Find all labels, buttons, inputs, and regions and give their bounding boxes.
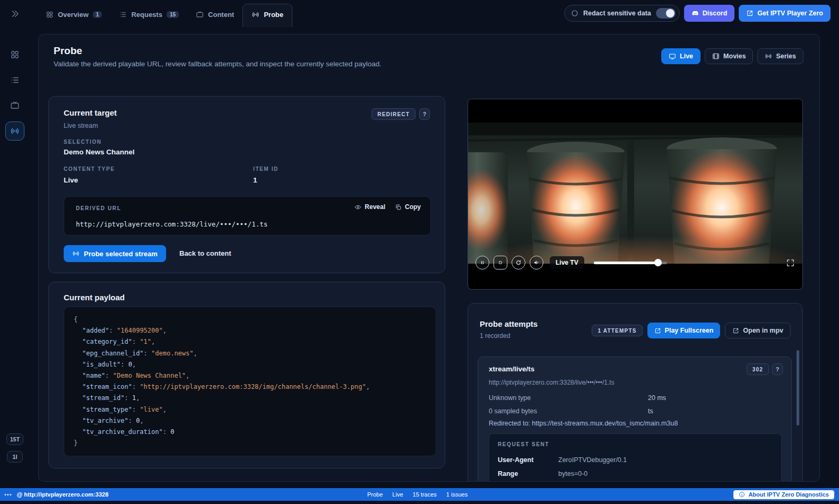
meta-row: 0 sampled bytests (489, 404, 782, 418)
volume-button[interactable] (530, 256, 543, 270)
reload-button[interactable] (512, 256, 525, 270)
seek-slider[interactable] (594, 262, 667, 264)
sidebar-item-content[interactable] (5, 96, 24, 115)
video-player[interactable]: Live TV (468, 99, 803, 290)
attempt-url: http://iptvplayerzero.com:3328/live/•••/… (489, 379, 615, 386)
slider-fill (594, 262, 658, 264)
derived-url-label: DERIVED URL (76, 205, 121, 211)
live-tv-label: Live TV (550, 256, 584, 269)
content-type-label: CONTENT TYPE (64, 166, 115, 172)
attempt-meta: Unknown type20 ms0 sampled bytests (489, 391, 782, 418)
speaker-icon (533, 259, 540, 266)
discord-button[interactable]: Discord (684, 5, 735, 22)
selection-label: SELECTION (64, 139, 102, 145)
info-icon (739, 491, 745, 498)
sidebar-item-requests[interactable] (5, 71, 24, 90)
broadcast-icon (10, 126, 20, 136)
video-frame (468, 123, 803, 264)
attempts-actions: 1 ATTEMPTS Play Fullscreen Open in mpv (592, 323, 791, 338)
get-app-button-label: Get IPTV Player Zero (757, 10, 823, 17)
redact-toggle[interactable]: Redact sensitive data (564, 5, 680, 22)
statusbar-menu-dots[interactable]: ••• (4, 491, 12, 498)
derived-url-value: http://iptvplayerzero.com:3328/live/•••/… (76, 220, 267, 228)
probe-stream-button[interactable]: Probe selected stream (64, 245, 166, 262)
external-link-icon (654, 327, 661, 334)
sidebar-item-overview[interactable] (5, 45, 24, 64)
get-app-button[interactable]: Get IPTV Player Zero (739, 5, 831, 22)
attempt-badges: 302 ? (747, 363, 783, 375)
mode-label: Series (776, 53, 796, 60)
current-target-card: Current target REDIRECT ? Live stream SE… (48, 96, 445, 273)
broadcast-icon (72, 250, 80, 257)
attempt-name: xtream/live/ts (489, 365, 534, 373)
pause-icon (479, 259, 486, 266)
mode-series-button[interactable]: Series (757, 48, 803, 64)
grid-icon (46, 11, 54, 19)
sidebar: 15T 1I (0, 0, 30, 488)
copy-icon (395, 204, 402, 211)
tab-label: Overview (58, 11, 89, 19)
eye-icon (354, 204, 361, 211)
stop-icon (497, 259, 504, 266)
tab-probe[interactable]: Probe (243, 4, 292, 27)
mode-live-button[interactable]: Live (661, 48, 700, 64)
request-sent-box: REQUEST SENT User-AgentZeroIPTVDebugger/… (489, 433, 782, 482)
switch-knob (666, 9, 674, 18)
payload-code: {"added": "1640995200","category_id": "1… (64, 307, 436, 456)
pause-button[interactable] (475, 256, 489, 270)
mode-movies-button[interactable]: Movies (705, 48, 753, 64)
play-fullscreen-button[interactable]: Play Fullscreen (647, 323, 721, 338)
redact-switch[interactable] (656, 8, 676, 19)
header-row: User-AgentZeroIPTVDebugger/0.1 (498, 453, 774, 467)
statusbar: ••• @ http://iptvplayerzero.com:3328 Pro… (0, 488, 839, 501)
back-to-content-button[interactable]: Back to content (179, 249, 231, 257)
page-title: Probe (54, 45, 82, 57)
mode-switcher: Live Movies Series (661, 48, 803, 64)
external-link-icon (746, 10, 754, 17)
selection-value: Demo News Channel (64, 148, 135, 156)
tab-requests[interactable]: Requests 15 (110, 4, 187, 27)
scrollbar[interactable] (797, 350, 799, 425)
tab-content[interactable]: Content (187, 4, 243, 27)
slider-thumb[interactable] (654, 259, 662, 266)
copy-button[interactable]: Copy (395, 203, 421, 211)
request-headers: User-AgentZeroIPTVDebugger/0.1Rangebytes… (498, 453, 774, 481)
attempts-count-badge: 1 ATTEMPTS (592, 325, 642, 336)
tab-badge: 15 (167, 11, 179, 18)
meta-row: Unknown type20 ms (489, 391, 782, 404)
redirect-status-badge: REDIRECT (371, 108, 416, 120)
broadcast-icon (252, 11, 260, 19)
mode-label: Live (680, 53, 693, 60)
statusbar-item[interactable]: Live (392, 491, 403, 498)
help-badge[interactable]: ? (772, 363, 783, 375)
probe-attempts-card: Probe attempts 1 recorded 1 ATTEMPTS Pla… (468, 303, 803, 482)
sidebar-expand-chevrons-icon[interactable] (10, 9, 20, 19)
attempt-entry: xtream/live/ts 302 ? http://iptvplayerze… (478, 357, 792, 482)
tab-overview[interactable]: Overview 1 (37, 4, 110, 27)
help-badge[interactable]: ? (419, 108, 430, 120)
issues-count-badge[interactable]: 1I (7, 451, 23, 463)
page-subtitle: Validate the derived playable URL, revie… (54, 60, 382, 68)
sidebar-item-probe[interactable] (5, 121, 24, 141)
reveal-label: Reveal (365, 203, 385, 211)
statusbar-item[interactable]: 1 issues (446, 491, 468, 498)
external-link-icon (732, 327, 739, 334)
statusbar-item[interactable]: Probe (367, 491, 383, 498)
tv-icon (669, 53, 676, 60)
tab-strip: Overview 1 Requests 15 Content Probe (30, 0, 292, 27)
statusbar-item[interactable]: 15 traces (413, 491, 437, 498)
card-title: Current target (64, 108, 117, 117)
about-label: About IPTV Zero Diagnostics (748, 491, 829, 498)
about-button[interactable]: About IPTV Zero Diagnostics (733, 490, 835, 500)
stop-button[interactable] (494, 256, 507, 270)
waves-icon (765, 53, 772, 60)
derived-url-box: DERIVED URL Reveal Copy http://iptvplaye… (64, 196, 431, 236)
open-mpv-button[interactable]: Open in mpv (725, 323, 791, 338)
reveal-button[interactable]: Reveal (354, 203, 385, 211)
item-id-label: ITEM ID (253, 166, 279, 172)
film-icon (712, 53, 720, 60)
grid-icon (10, 50, 20, 59)
statusbar-host: @ http://iptvplayerzero.com:3328 (17, 491, 109, 498)
fullscreen-icon[interactable] (786, 258, 795, 267)
traces-count-badge[interactable]: 15T (6, 433, 23, 445)
